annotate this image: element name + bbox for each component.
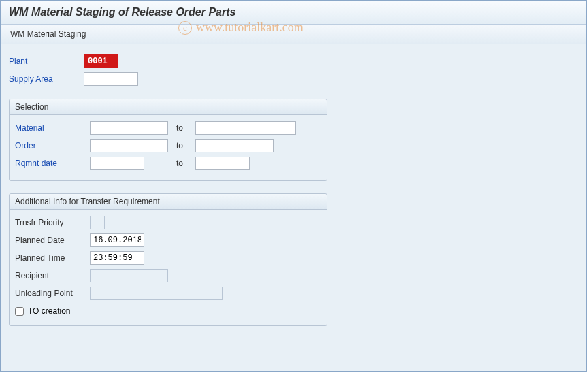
- rqmnt-from-input[interactable]: [90, 157, 144, 170]
- transfer-priority-label: Trnsfr Priority: [15, 218, 90, 227]
- plant-input[interactable]: [84, 54, 118, 68]
- planned-date-input[interactable]: [90, 233, 144, 247]
- material-to-input[interactable]: [195, 121, 296, 135]
- to-creation-label: TO creation: [28, 306, 70, 316]
- order-to-input[interactable]: [195, 139, 274, 152]
- app-window: WM Material Staging of Release Order Par…: [0, 0, 587, 372]
- recipient-input: [90, 269, 168, 282]
- supply-area-label[interactable]: Supply Area: [9, 74, 84, 84]
- order-to-label: to: [168, 141, 195, 150]
- material-from-input[interactable]: [90, 121, 168, 135]
- content-area: Plant Supply Area Selection Material to …: [1, 44, 586, 336]
- supply-area-input[interactable]: [84, 72, 138, 86]
- selection-title: Selection: [10, 99, 327, 115]
- material-label[interactable]: Material: [15, 123, 90, 133]
- recipient-label: Recipient: [15, 271, 90, 280]
- additional-info-title: Additional Info for Transfer Requirement: [10, 194, 327, 210]
- wm-material-staging-button[interactable]: WM Material Staging: [10, 29, 86, 39]
- transfer-priority-input: [90, 216, 105, 229]
- additional-info-group: Additional Info for Transfer Requirement…: [9, 193, 327, 326]
- order-label[interactable]: Order: [15, 141, 90, 150]
- toolbar: WM Material Staging: [1, 25, 586, 44]
- plant-label[interactable]: Plant: [9, 56, 84, 66]
- planned-time-label: Planned Time: [15, 253, 90, 263]
- unloading-point-input: [90, 287, 223, 300]
- rqmnt-to-label: to: [168, 159, 195, 168]
- unloading-point-label: Unloading Point: [15, 289, 90, 298]
- planned-time-input[interactable]: [90, 251, 144, 265]
- page-title: WM Material Staging of Release Order Par…: [1, 1, 586, 25]
- rqmnt-to-input[interactable]: [195, 157, 250, 170]
- material-to-label: to: [168, 123, 195, 133]
- rqmnt-date-label[interactable]: Rqmnt date: [15, 159, 90, 168]
- order-from-input[interactable]: [90, 139, 168, 152]
- planned-date-label: Planned Date: [15, 236, 90, 245]
- to-creation-checkbox[interactable]: [15, 307, 24, 316]
- selection-group: Selection Material to Order to Rqmnt dat…: [9, 99, 327, 181]
